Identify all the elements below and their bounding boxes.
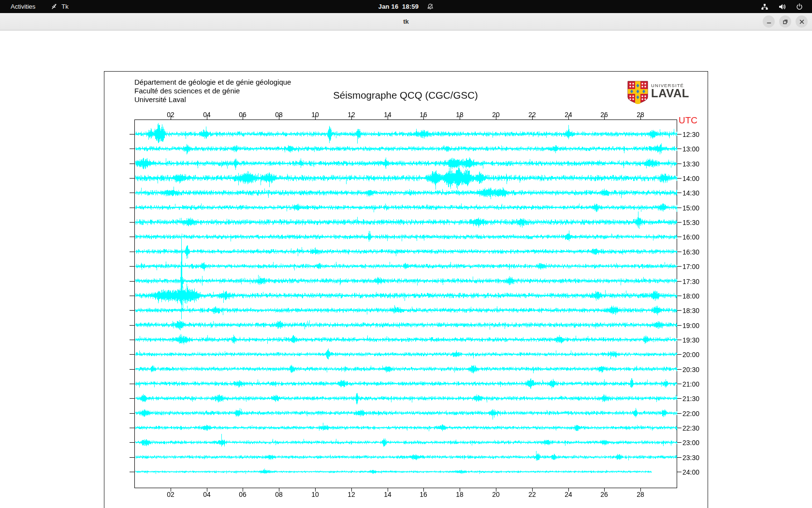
- laval-logo: UNIVERSITÉ LAVAL: [627, 81, 689, 106]
- x-tick-label: 04: [203, 491, 211, 498]
- utc-time-label: 14:00: [682, 175, 699, 182]
- institution-line-2: Faculté des sciences et de génie: [134, 87, 291, 95]
- utc-time-label: 17:00: [682, 263, 699, 270]
- activities-button[interactable]: Activities: [8, 2, 38, 11]
- x-tick-label: 06: [239, 111, 246, 119]
- utc-time-label: 20:00: [682, 351, 699, 359]
- x-tick-label: 14: [384, 491, 392, 498]
- x-tick-label: 08: [275, 111, 283, 119]
- utc-time-label: 19:00: [682, 322, 699, 329]
- power-icon: [796, 3, 803, 11]
- utc-time-label: 23:00: [682, 439, 699, 447]
- close-button[interactable]: [796, 15, 808, 28]
- utc-time-label: 18:00: [682, 292, 699, 300]
- minimize-button[interactable]: [763, 15, 775, 28]
- institution-line-3: Université Laval: [134, 95, 291, 104]
- volume-icon: [778, 3, 786, 11]
- utc-time-label: 15:30: [682, 219, 699, 226]
- clock[interactable]: Jan 16 18:59: [378, 3, 419, 10]
- x-tick-label: 06: [239, 491, 246, 498]
- utc-time-label: 21:00: [682, 380, 699, 388]
- laval-shield-icon: [627, 81, 648, 106]
- app-menu[interactable]: Tk: [51, 3, 68, 10]
- do-not-disturb-bell-icon: [426, 3, 434, 10]
- maximize-button[interactable]: [779, 15, 791, 28]
- app-menu-label: Tk: [61, 3, 68, 10]
- x-tick-label: 22: [528, 491, 536, 498]
- top-bar: Activities Tk Jan 16 18:59: [0, 0, 812, 13]
- utc-time-label: 20:30: [682, 366, 699, 374]
- plot-title: Séismographe QCQ (CGC/GSC): [333, 90, 478, 101]
- x-tick-label: 20: [492, 111, 500, 119]
- tk-feather-icon: [51, 3, 58, 10]
- utc-time-label: 16:30: [682, 248, 699, 256]
- seismograph-card: Département de géologie et de génie géol…: [104, 71, 708, 508]
- x-tick-label: 08: [275, 491, 283, 498]
- x-tick-label: 04: [203, 111, 211, 119]
- x-tick-label: 16: [420, 111, 427, 119]
- x-tick-label: 14: [384, 111, 392, 119]
- utc-time-label: 21:30: [682, 395, 699, 403]
- x-tick-label: 24: [565, 111, 572, 119]
- x-tick-label: 26: [600, 491, 608, 498]
- utc-time-label: 18:30: [682, 307, 699, 314]
- x-tick-label: 20: [492, 491, 500, 498]
- utc-time-label: 19:30: [682, 336, 699, 344]
- x-tick-label: 26: [600, 111, 608, 119]
- institution-block: Département de géologie et de génie géol…: [134, 78, 291, 104]
- seismograph-canvas: [104, 72, 708, 508]
- x-tick-label: 12: [348, 111, 355, 119]
- utc-time-label: 17:30: [682, 278, 699, 285]
- utc-time-label: 13:30: [682, 160, 699, 168]
- utc-time-label: 16:00: [682, 233, 699, 241]
- x-tick-label: 28: [637, 491, 644, 498]
- utc-time-label: 14:30: [682, 189, 699, 197]
- utc-time-label: 23:30: [682, 454, 699, 462]
- x-tick-label: 02: [167, 111, 174, 119]
- utc-time-label: 22:30: [682, 424, 699, 432]
- network-wired-icon: [761, 3, 768, 11]
- window-title-bar[interactable]: tk: [0, 13, 812, 30]
- x-tick-label: 22: [528, 111, 536, 119]
- logo-laval-text: LAVAL: [651, 88, 689, 99]
- system-status-area[interactable]: [761, 0, 812, 13]
- institution-line-1: Département de géologie et de génie géol…: [134, 78, 291, 87]
- x-tick-label: 10: [311, 111, 319, 119]
- window-title: tk: [0, 13, 812, 30]
- utc-time-label: 13:00: [682, 145, 699, 153]
- x-tick-label: 12: [348, 491, 355, 498]
- x-tick-label: 18: [456, 491, 464, 498]
- utc-time-label: 12:30: [682, 131, 699, 138]
- x-tick-label: 18: [456, 111, 464, 119]
- x-tick-label: 24: [565, 491, 572, 498]
- utc-time-label: 22:00: [682, 410, 699, 418]
- utc-axis-title: UTC: [679, 115, 697, 126]
- utc-time-label: 15:00: [682, 204, 699, 212]
- window-content: Département de géologie et de génie géol…: [0, 30, 812, 508]
- x-tick-label: 02: [167, 491, 174, 498]
- x-tick-label: 28: [637, 111, 644, 119]
- x-tick-label: 16: [420, 491, 427, 498]
- x-tick-label: 10: [311, 491, 319, 498]
- utc-time-label: 24:00: [682, 468, 699, 476]
